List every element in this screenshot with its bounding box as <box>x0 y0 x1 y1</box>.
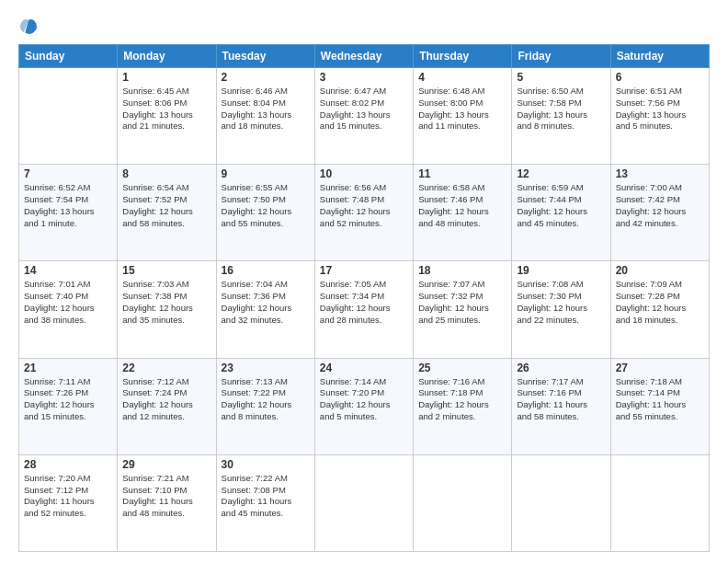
day-info: Sunrise: 7:11 AM Sunset: 7:26 PM Dayligh… <box>24 376 112 423</box>
calendar-cell <box>512 454 610 551</box>
day-number: 19 <box>517 264 605 277</box>
calendar-cell: 24Sunrise: 7:14 AM Sunset: 7:20 PM Dayli… <box>314 358 413 454</box>
calendar-week-row: 7Sunrise: 6:52 AM Sunset: 7:54 PM Daylig… <box>19 165 710 261</box>
calendar-cell: 15Sunrise: 7:03 AM Sunset: 7:38 PM Dayli… <box>118 261 216 358</box>
day-info: Sunrise: 7:08 AM Sunset: 7:30 PM Dayligh… <box>517 279 605 326</box>
calendar-cell <box>610 454 709 551</box>
day-info: Sunrise: 6:50 AM Sunset: 7:58 PM Dayligh… <box>517 86 605 132</box>
day-number: 10 <box>320 167 408 180</box>
calendar-cell: 17Sunrise: 7:05 AM Sunset: 7:34 PM Dayli… <box>314 261 413 358</box>
day-number: 4 <box>418 71 506 84</box>
day-info: Sunrise: 7:09 AM Sunset: 7:28 PM Dayligh… <box>616 279 704 326</box>
day-number: 3 <box>320 71 408 84</box>
calendar-cell <box>314 454 413 551</box>
day-info: Sunrise: 7:05 AM Sunset: 7:34 PM Dayligh… <box>320 279 408 326</box>
day-info: Sunrise: 7:14 AM Sunset: 7:20 PM Dayligh… <box>320 376 408 423</box>
day-number: 14 <box>24 264 112 277</box>
calendar-cell: 11Sunrise: 6:58 AM Sunset: 7:46 PM Dayli… <box>414 165 512 261</box>
calendar-cell: 4Sunrise: 6:48 AM Sunset: 8:00 PM Daylig… <box>414 68 512 165</box>
calendar-cell: 19Sunrise: 7:08 AM Sunset: 7:30 PM Dayli… <box>512 261 610 358</box>
day-number: 5 <box>517 71 605 84</box>
calendar-cell: 6Sunrise: 6:51 AM Sunset: 7:56 PM Daylig… <box>610 68 709 165</box>
calendar-week-row: 21Sunrise: 7:11 AM Sunset: 7:26 PM Dayli… <box>19 358 710 454</box>
calendar-body: 1Sunrise: 6:45 AM Sunset: 8:06 PM Daylig… <box>19 68 710 552</box>
day-info: Sunrise: 6:45 AM Sunset: 8:06 PM Dayligh… <box>122 86 210 132</box>
calendar-cell: 16Sunrise: 7:04 AM Sunset: 7:36 PM Dayli… <box>216 261 314 358</box>
calendar-cell: 12Sunrise: 6:59 AM Sunset: 7:44 PM Dayli… <box>512 165 610 261</box>
day-number: 30 <box>222 458 310 471</box>
calendar-cell: 14Sunrise: 7:01 AM Sunset: 7:40 PM Dayli… <box>19 261 118 358</box>
day-number: 7 <box>24 167 112 180</box>
day-number: 13 <box>616 167 704 180</box>
calendar-cell: 3Sunrise: 6:47 AM Sunset: 8:02 PM Daylig… <box>314 68 413 165</box>
day-number: 6 <box>616 71 704 84</box>
calendar-week-row: 14Sunrise: 7:01 AM Sunset: 7:40 PM Dayli… <box>19 261 710 358</box>
weekday-header: Wednesday <box>314 45 413 68</box>
day-number: 27 <box>616 362 704 374</box>
day-number: 16 <box>222 264 310 277</box>
day-info: Sunrise: 7:04 AM Sunset: 7:36 PM Dayligh… <box>222 279 310 326</box>
calendar-cell: 18Sunrise: 7:07 AM Sunset: 7:32 PM Dayli… <box>414 261 512 358</box>
day-number: 11 <box>418 167 506 180</box>
weekday-header: Tuesday <box>216 45 314 68</box>
day-info: Sunrise: 6:54 AM Sunset: 7:52 PM Dayligh… <box>122 182 210 229</box>
day-info: Sunrise: 7:01 AM Sunset: 7:40 PM Dayligh… <box>24 279 112 326</box>
day-info: Sunrise: 6:46 AM Sunset: 8:04 PM Dayligh… <box>222 86 310 132</box>
day-info: Sunrise: 6:56 AM Sunset: 7:48 PM Dayligh… <box>320 182 408 229</box>
day-number: 24 <box>320 362 408 374</box>
day-number: 18 <box>418 264 506 277</box>
calendar-cell: 26Sunrise: 7:17 AM Sunset: 7:16 PM Dayli… <box>512 358 610 454</box>
calendar-cell: 9Sunrise: 6:55 AM Sunset: 7:50 PM Daylig… <box>216 165 314 261</box>
day-number: 1 <box>122 71 210 84</box>
calendar-cell: 8Sunrise: 6:54 AM Sunset: 7:52 PM Daylig… <box>118 165 216 261</box>
day-number: 8 <box>122 167 210 180</box>
calendar-cell: 5Sunrise: 6:50 AM Sunset: 7:58 PM Daylig… <box>512 68 610 165</box>
weekday-header: Friday <box>512 45 610 68</box>
day-info: Sunrise: 7:00 AM Sunset: 7:42 PM Dayligh… <box>616 182 704 229</box>
day-number: 21 <box>24 362 112 374</box>
calendar-table: SundayMondayTuesdayWednesdayThursdayFrid… <box>18 44 710 552</box>
day-info: Sunrise: 7:12 AM Sunset: 7:24 PM Dayligh… <box>122 376 210 423</box>
calendar-cell <box>19 68 118 165</box>
day-number: 17 <box>320 264 408 277</box>
page: SundayMondayTuesdayWednesdayThursdayFrid… <box>0 0 728 563</box>
calendar-cell <box>414 454 512 551</box>
calendar-cell: 22Sunrise: 7:12 AM Sunset: 7:24 PM Dayli… <box>118 358 216 454</box>
day-number: 25 <box>418 362 506 374</box>
day-info: Sunrise: 7:17 AM Sunset: 7:16 PM Dayligh… <box>517 376 605 423</box>
calendar-cell: 10Sunrise: 6:56 AM Sunset: 7:48 PM Dayli… <box>314 165 413 261</box>
day-number: 15 <box>122 264 210 277</box>
day-info: Sunrise: 6:58 AM Sunset: 7:46 PM Dayligh… <box>418 182 506 229</box>
day-info: Sunrise: 7:16 AM Sunset: 7:18 PM Dayligh… <box>418 376 506 423</box>
day-info: Sunrise: 7:21 AM Sunset: 7:10 PM Dayligh… <box>122 473 210 520</box>
weekday-header: Saturday <box>610 45 709 68</box>
day-info: Sunrise: 7:20 AM Sunset: 7:12 PM Dayligh… <box>24 473 112 520</box>
calendar-cell: 20Sunrise: 7:09 AM Sunset: 7:28 PM Dayli… <box>610 261 709 358</box>
day-info: Sunrise: 7:18 AM Sunset: 7:14 PM Dayligh… <box>616 376 704 423</box>
calendar-cell: 30Sunrise: 7:22 AM Sunset: 7:08 PM Dayli… <box>216 454 314 551</box>
day-info: Sunrise: 7:22 AM Sunset: 7:08 PM Dayligh… <box>222 473 310 520</box>
logo <box>18 17 42 37</box>
day-info: Sunrise: 6:51 AM Sunset: 7:56 PM Dayligh… <box>616 86 704 132</box>
day-number: 23 <box>222 362 310 374</box>
calendar-cell: 28Sunrise: 7:20 AM Sunset: 7:12 PM Dayli… <box>19 454 118 551</box>
calendar-cell: 27Sunrise: 7:18 AM Sunset: 7:14 PM Dayli… <box>610 358 709 454</box>
day-info: Sunrise: 7:03 AM Sunset: 7:38 PM Dayligh… <box>122 279 210 326</box>
calendar-week-row: 1Sunrise: 6:45 AM Sunset: 8:06 PM Daylig… <box>19 68 710 165</box>
day-number: 9 <box>222 167 310 180</box>
day-info: Sunrise: 6:59 AM Sunset: 7:44 PM Dayligh… <box>517 182 605 229</box>
calendar-week-row: 28Sunrise: 7:20 AM Sunset: 7:12 PM Dayli… <box>19 454 710 551</box>
day-info: Sunrise: 6:47 AM Sunset: 8:02 PM Dayligh… <box>320 86 408 132</box>
day-number: 28 <box>24 458 112 471</box>
day-info: Sunrise: 6:52 AM Sunset: 7:54 PM Dayligh… <box>24 182 112 229</box>
weekday-header: Sunday <box>19 45 118 68</box>
weekday-header: Thursday <box>414 45 512 68</box>
logo-icon <box>18 17 39 37</box>
weekday-header: Monday <box>118 45 216 68</box>
calendar-cell: 2Sunrise: 6:46 AM Sunset: 8:04 PM Daylig… <box>216 68 314 165</box>
day-number: 2 <box>222 71 310 84</box>
calendar-cell: 1Sunrise: 6:45 AM Sunset: 8:06 PM Daylig… <box>118 68 216 165</box>
day-info: Sunrise: 7:07 AM Sunset: 7:32 PM Dayligh… <box>418 279 506 326</box>
calendar-cell: 21Sunrise: 7:11 AM Sunset: 7:26 PM Dayli… <box>19 358 118 454</box>
calendar-cell: 23Sunrise: 7:13 AM Sunset: 7:22 PM Dayli… <box>216 358 314 454</box>
